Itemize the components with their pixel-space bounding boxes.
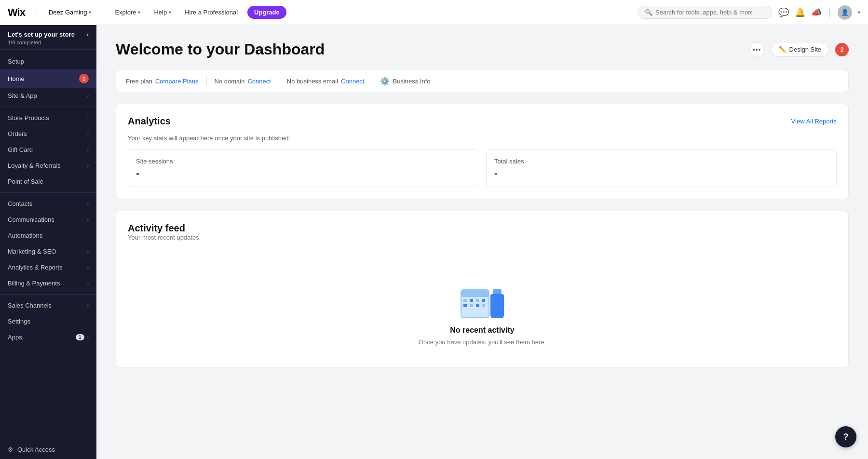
- sidebar-item-gift-card[interactable]: Gift Card ›: [0, 142, 96, 158]
- settings-icon: ⚙️: [380, 77, 390, 86]
- help-fab-button[interactable]: ?: [835, 426, 856, 447]
- activity-feed-card: Activity feed Your most recent updates.: [116, 211, 849, 367]
- sidebar-item-analytics[interactable]: Analytics & Reports ›: [0, 259, 96, 275]
- sidebar-label-analytics: Analytics & Reports: [8, 264, 62, 271]
- sidebar-item-communications[interactable]: Communications ›: [0, 212, 96, 228]
- sidebar-label-communications: Communications: [8, 216, 54, 223]
- sidebar-label-gift-card: Gift Card: [8, 146, 33, 153]
- help-chevron-icon: ▾: [169, 10, 171, 15]
- sidebar-chevron-site-app: ›: [87, 93, 89, 98]
- total-sales-box: Total sales -: [486, 149, 837, 187]
- topnav-icons: 💬 🔔 📣 👤 ▾: [778, 5, 860, 20]
- sidebar-item-contacts[interactable]: Contacts ›: [0, 196, 96, 212]
- chat-icon[interactable]: 💬: [778, 7, 789, 18]
- sidebar-item-pos[interactable]: Point of Sale: [0, 174, 96, 189]
- site-sessions-box: Site sessions -: [128, 149, 478, 187]
- top-navigation: Wix Deez Gaming ▾ Explore ▾ Help ▾ Hire …: [0, 0, 868, 25]
- info-bar-business[interactable]: ⚙️ Business Info: [380, 77, 430, 86]
- avatar[interactable]: 👤: [838, 5, 852, 20]
- bottle-graphic: [490, 294, 504, 318]
- sidebar-item-orders[interactable]: Orders ›: [0, 126, 96, 142]
- sidebar-label-orders: Orders: [8, 130, 27, 137]
- sidebar-item-home[interactable]: Home 1: [0, 69, 96, 88]
- sidebar-item-setup[interactable]: Setup: [0, 54, 96, 69]
- sidebar-item-store-products[interactable]: Store Products ›: [0, 110, 96, 126]
- no-domain-label: No domain: [215, 78, 245, 85]
- body-wrap: Let's set up your store ▾ 1/9 completed …: [0, 25, 868, 459]
- design-site-icon: ✏️: [779, 46, 787, 53]
- sidebar-item-billing[interactable]: Billing & Payments ›: [0, 275, 96, 291]
- sidebar-chevron-contacts: ›: [87, 201, 89, 206]
- no-activity-title: No recent activity: [450, 326, 514, 335]
- total-sales-label: Total sales: [494, 158, 828, 165]
- sidebar-label-apps: Apps: [8, 334, 22, 341]
- site-selector[interactable]: Deez Gaming ▾: [45, 7, 95, 18]
- analytics-card-header: Analytics View All Reports: [128, 116, 837, 127]
- view-all-reports-link[interactable]: View All Reports: [791, 118, 837, 125]
- info-divider-1: [206, 76, 207, 86]
- domain-connect-link[interactable]: Connect: [247, 78, 271, 85]
- sidebar-chevron-analytics: ›: [87, 265, 89, 270]
- quick-access-button[interactable]: ⚙ Quick Access: [8, 446, 89, 453]
- upgrade-button[interactable]: Upgrade: [247, 6, 286, 19]
- design-site-button[interactable]: ✏️ Design Site: [771, 42, 829, 57]
- total-sales-value: -: [494, 168, 828, 179]
- info-bar: Free plan Compare Plans No domain Connec…: [116, 70, 849, 92]
- sidebar-item-automations[interactable]: Automations: [0, 228, 96, 243]
- search-input[interactable]: [655, 9, 752, 16]
- search-icon: 🔍: [645, 9, 652, 16]
- nav-divider-3: [829, 8, 830, 17]
- sidebar-chevron-apps: ›: [87, 335, 89, 340]
- explore-chevron-icon: ▾: [138, 10, 140, 15]
- setup-header[interactable]: Let's set up your store ▾: [8, 31, 89, 38]
- sidebar-item-loyalty[interactable]: Loyalty & Referrals ›: [0, 158, 96, 174]
- sidebar-item-apps[interactable]: Apps 1 ›: [0, 329, 96, 345]
- sidebar-chevron-loyalty: ›: [87, 163, 89, 168]
- sidebar-item-sales-channels[interactable]: Sales Channels ›: [0, 297, 96, 313]
- sidebar-label-settings: Settings: [8, 318, 30, 325]
- help-button[interactable]: Help ▾: [150, 7, 175, 18]
- info-divider-3: [372, 76, 372, 86]
- info-divider-2: [279, 76, 279, 86]
- activity-title: Activity feed: [128, 223, 201, 234]
- more-icon: •••: [753, 46, 761, 54]
- info-bar-domain: No domain Connect: [215, 78, 271, 85]
- no-email-label: No business email: [287, 78, 338, 85]
- notification-badge[interactable]: 2: [835, 43, 849, 56]
- stats-grid: Site sessions - Total sales -: [128, 149, 837, 187]
- activity-empty-state: No recent activity Once you have updates…: [128, 260, 837, 355]
- setup-section: Let's set up your store ▾ 1/9 completed: [0, 25, 96, 50]
- sidebar-chevron-store-products: ›: [87, 115, 89, 121]
- sidebar-bottom: ⚙ Quick Access: [0, 440, 96, 459]
- setup-progress: 1/9 completed: [8, 40, 89, 45]
- no-activity-sub: Once you have updates, you'll see them h…: [419, 338, 546, 346]
- sidebar-divider-2: [0, 192, 96, 193]
- activity-card-header: Activity feed Your most recent updates.: [128, 223, 837, 253]
- bottle-cap-graphic: [493, 289, 502, 294]
- email-connect-link[interactable]: Connect: [341, 78, 364, 85]
- sidebar-item-site-app[interactable]: Site & App ›: [0, 88, 96, 104]
- avatar-chevron-icon[interactable]: ▾: [858, 10, 860, 15]
- hire-professional-button[interactable]: Hire a Professional: [181, 7, 242, 18]
- more-options-button[interactable]: •••: [749, 42, 765, 57]
- analytics-subtitle: Your key stats will appear here once you…: [128, 135, 837, 142]
- explore-button[interactable]: Explore ▾: [111, 7, 144, 18]
- activity-subtitle: Your most recent updates.: [128, 234, 201, 241]
- megaphone-icon[interactable]: 📣: [811, 7, 822, 18]
- sidebar-label-billing: Billing & Payments: [8, 280, 60, 287]
- sidebar-chevron-communications: ›: [87, 217, 89, 222]
- sidebar-label-home: Home: [8, 75, 25, 82]
- calendar-graphic: [461, 289, 489, 318]
- info-bar-plan: Free plan Compare Plans: [126, 78, 199, 85]
- sidebar-chevron-gift-card: ›: [87, 147, 89, 152]
- compare-plans-link[interactable]: Compare Plans: [155, 78, 199, 85]
- activity-illustration: [461, 280, 504, 318]
- sidebar-chevron-orders: ›: [87, 131, 89, 136]
- business-info-label: Business Info: [393, 78, 430, 85]
- sidebar-item-marketing[interactable]: Marketing & SEO ›: [0, 243, 96, 259]
- nav-divider-2: [103, 8, 103, 17]
- help-fab-label: ?: [843, 432, 849, 442]
- sidebar-item-settings[interactable]: Settings: [0, 313, 96, 329]
- quick-access-icon: ⚙: [8, 446, 14, 453]
- bell-icon[interactable]: 🔔: [795, 7, 805, 18]
